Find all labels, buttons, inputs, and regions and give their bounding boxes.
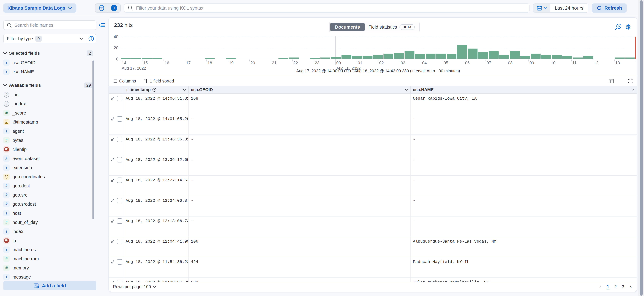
histogram-bar[interactable] xyxy=(583,56,593,59)
field-search-input[interactable] xyxy=(14,23,93,28)
histogram-bar[interactable] xyxy=(436,53,446,59)
histogram-bar[interactable] xyxy=(562,56,572,59)
row-checkbox[interactable] xyxy=(117,178,122,183)
table-header-csa-geoid[interactable]: csa.GEOID xyxy=(189,86,411,93)
data-view-picker[interactable]: Kibana Sample Data Logs xyxy=(3,3,76,12)
table-header-timestamp[interactable]: ↓ timestamp xyxy=(124,86,189,93)
page-button-1[interactable]: 1 xyxy=(604,283,612,291)
field-item-csa.NAME[interactable]: tcsa.NAME xyxy=(3,67,94,76)
expand-row-button[interactable] xyxy=(110,157,116,162)
rows-per-page-button[interactable]: Rows per page: 100 xyxy=(113,284,156,289)
cell-csa-geoid[interactable]: - xyxy=(189,196,411,216)
histogram-bar[interactable] xyxy=(478,52,488,59)
histogram-bar[interactable] xyxy=(625,57,635,59)
row-checkbox[interactable] xyxy=(117,116,122,122)
table-header-csa-name[interactable]: csa.NAME xyxy=(411,86,637,93)
histogram-bar[interactable] xyxy=(573,57,583,59)
expand-row-button[interactable] xyxy=(110,198,116,203)
field-item-message[interactable]: tmessage xyxy=(3,273,94,282)
field-item-event.dataset[interactable]: kevent.dataset xyxy=(3,154,94,163)
cell-csa-geoid[interactable]: - xyxy=(189,217,411,237)
histogram-bar[interactable] xyxy=(152,58,162,59)
date-picker-calendar-button[interactable] xyxy=(533,4,550,12)
histogram-bar[interactable] xyxy=(373,55,383,59)
row-checkbox[interactable] xyxy=(117,259,122,265)
cell-csa-name[interactable]: - xyxy=(411,217,637,237)
add-filter-button[interactable]: + xyxy=(108,4,120,12)
collapse-sidebar-button[interactable] xyxy=(99,22,106,28)
field-item-geo.dest[interactable]: kgeo.dest xyxy=(3,181,94,190)
expand-row-button[interactable] xyxy=(110,96,116,101)
kql-search-input[interactable] xyxy=(136,5,526,11)
display-density-button[interactable] xyxy=(608,78,614,84)
histogram-bar[interactable] xyxy=(415,54,425,59)
field-types-info-button[interactable] xyxy=(86,34,96,43)
cell-csa-geoid[interactable]: - xyxy=(189,135,411,155)
histogram-bar[interactable] xyxy=(457,45,467,59)
cell-timestamp[interactable]: Aug 18, 2022 @ 14:01:05.297 xyxy=(124,114,189,134)
field-item-_score[interactable]: #_score xyxy=(3,108,94,117)
histogram-bar[interactable] xyxy=(331,57,341,59)
filter-by-type-dropdown[interactable]: Filter by type 0 xyxy=(3,34,96,43)
cell-timestamp[interactable]: Aug 18, 2022 @ 11:54:36.220 xyxy=(124,257,189,278)
field-item-geo.coordinates[interactable]: geo.coordinates xyxy=(3,172,94,181)
histogram-bar[interactable] xyxy=(362,56,372,59)
chart-options-button[interactable] xyxy=(625,23,632,30)
histogram-bar[interactable] xyxy=(520,56,530,59)
add-field-button[interactable]: Add a field xyxy=(3,281,96,290)
expand-row-button[interactable] xyxy=(110,116,116,122)
cell-csa-name[interactable]: - xyxy=(411,155,637,175)
window-scrollbar-thumb[interactable] xyxy=(640,0,642,296)
cell-csa-name[interactable]: - xyxy=(411,114,637,134)
expand-row-button[interactable] xyxy=(110,259,116,265)
field-item-clientip[interactable]: IPclientip xyxy=(3,145,94,154)
expand-row-button[interactable] xyxy=(110,239,116,244)
field-item-extension[interactable]: textension xyxy=(3,163,94,172)
cell-timestamp[interactable]: Aug 18, 2022 @ 13:36:12.692 xyxy=(124,155,189,175)
columns-button[interactable]: Columns xyxy=(112,79,136,84)
cell-csa-geoid[interactable]: 424 xyxy=(189,257,411,278)
histogram-bar[interactable] xyxy=(289,57,299,59)
field-item-machine.os[interactable]: tmachine.os xyxy=(3,245,94,254)
field-item-agent[interactable]: tagent xyxy=(3,127,94,136)
histogram-bar[interactable] xyxy=(342,55,352,59)
cell-csa-name[interactable]: - xyxy=(411,176,637,196)
expand-row-button[interactable] xyxy=(110,137,116,142)
histogram-bar[interactable] xyxy=(142,58,152,59)
page-button-2[interactable]: 2 xyxy=(612,283,619,291)
cell-csa-geoid[interactable]: 106 xyxy=(189,237,411,257)
row-checkbox[interactable] xyxy=(117,137,122,142)
histogram-bar[interactable] xyxy=(352,56,362,59)
field-item-ip[interactable]: IPip xyxy=(3,236,94,245)
histogram-bar[interactable] xyxy=(426,53,436,59)
sort-fields-button[interactable]: 1 field sorted xyxy=(144,79,174,84)
tab-documents[interactable]: Documents xyxy=(330,23,364,31)
cell-timestamp[interactable]: Aug 18, 2022 @ 12:24:06.875 xyxy=(124,196,189,216)
histogram-bar[interactable] xyxy=(205,58,215,59)
field-item-index[interactable]: tindex xyxy=(3,227,94,236)
field-item-memory[interactable]: #memory xyxy=(3,263,94,273)
cell-csa-geoid[interactable]: 168 xyxy=(189,94,411,114)
row-checkbox[interactable] xyxy=(117,239,122,244)
fullscreen-button[interactable] xyxy=(628,78,633,84)
cell-timestamp[interactable]: Aug 18, 2022 @ 12:18:06.737 xyxy=(124,217,189,237)
histogram-bar[interactable] xyxy=(447,54,456,59)
field-item-host[interactable]: thost xyxy=(3,209,94,218)
histogram-bar[interactable] xyxy=(278,58,288,59)
field-item-geo.src[interactable]: kgeo.src xyxy=(3,190,94,200)
histogram-bar[interactable] xyxy=(121,58,131,59)
cell-timestamp[interactable]: Aug 18, 2022 @ 12:27:14.527 xyxy=(124,176,189,196)
cell-csa-geoid[interactable]: - xyxy=(189,114,411,134)
sidebar-scrollbar[interactable] xyxy=(92,60,94,219)
histogram-bar[interactable] xyxy=(468,48,478,59)
cell-csa-geoid[interactable]: - xyxy=(189,176,411,196)
tab-field-statistics[interactable]: Field statistics BETA xyxy=(364,23,418,31)
selected-fields-header[interactable]: Selected fields 2 xyxy=(3,50,94,57)
row-checkbox[interactable] xyxy=(117,218,122,224)
expand-row-button[interactable] xyxy=(110,218,116,224)
histogram-bar[interactable] xyxy=(510,51,520,59)
available-fields-header[interactable]: Available fields 29 xyxy=(3,82,94,89)
previous-page-button[interactable]: ‹ xyxy=(598,284,602,290)
page-button-3[interactable]: 3 xyxy=(619,283,627,291)
field-item-hour_of_day[interactable]: #hour_of_day xyxy=(3,218,94,227)
